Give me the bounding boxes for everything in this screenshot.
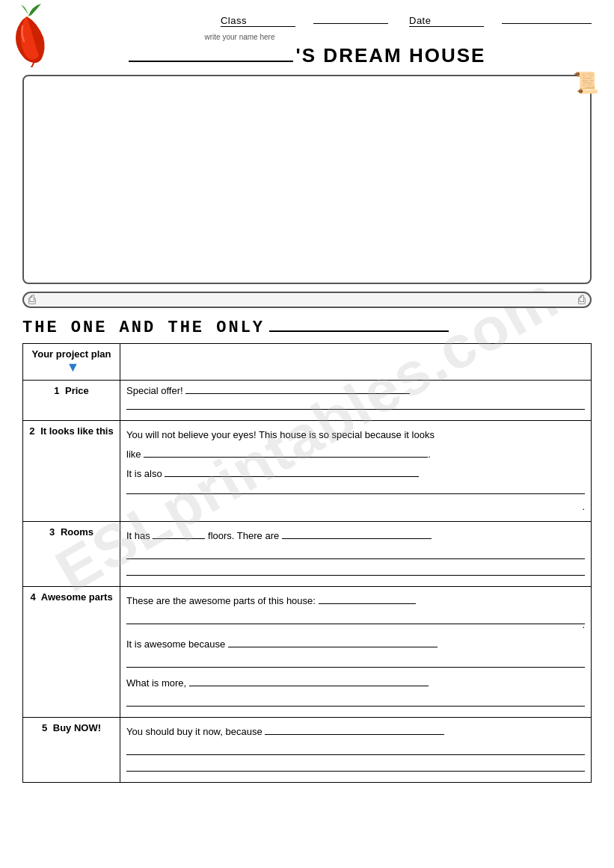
looks-line3: It is also	[126, 464, 585, 484]
buy-fill-2	[126, 761, 585, 772]
looks-blank-3	[126, 484, 585, 494]
awesome-blank-1	[319, 603, 416, 604]
class-date-line: Class Date	[218, 15, 592, 27]
looks-line4	[126, 484, 585, 494]
looks-content-cell: You will not believe your eyes! This hou…	[120, 421, 592, 522]
price-fill-2	[126, 399, 585, 410]
buy-line1: You should buy it now, because	[126, 722, 585, 742]
name-hint: write your name here	[0, 33, 592, 41]
looks-label-cell: 2 It looks like this	[23, 421, 120, 522]
looks-line1: You will not believe your eyes! This hou…	[126, 425, 585, 445]
header-top: Class Date	[22, 15, 592, 27]
table-header-col2	[120, 344, 592, 381]
price-label-cell: 1 Price	[23, 381, 120, 421]
awesome-line2: It is awesome because	[126, 635, 585, 654]
price-fill-1	[185, 393, 410, 394]
dream-house-title: 'S DREAM HOUSE	[296, 44, 486, 67]
drawing-area: 📜	[22, 75, 592, 284]
one-and-only: THE ONE AND THE ONLY	[22, 318, 592, 337]
rooms-blank-2	[282, 538, 432, 539]
awesome-line3: What is more,	[126, 674, 585, 693]
awesome-fill-3	[126, 696, 585, 707]
rooms-line1: It has floors. There are	[126, 526, 585, 546]
awesome-fill-1	[126, 614, 585, 624]
looks-blank-1	[144, 457, 428, 458]
scroll-ornament-top-right: 📜	[573, 70, 599, 95]
scroll-curl-left: ⎙	[28, 293, 36, 307]
down-arrow-icon: ▼	[67, 360, 80, 375]
rooms-fill	[126, 549, 585, 559]
rooms-fill2	[126, 565, 585, 576]
awesome-line1: These are the awesome parts of this hous…	[126, 591, 585, 611]
buy-blank-1	[265, 734, 444, 735]
table-header-col1: Your project plan ▼	[23, 344, 120, 381]
rooms-blank-1	[153, 538, 205, 539]
date-blank	[502, 23, 592, 24]
chili-icon	[0, 0, 52, 64]
one-and-only-blank	[269, 330, 449, 332]
class-label: Class	[221, 15, 295, 27]
price-content-cell: Special offer!	[120, 381, 592, 421]
rooms-content-cell: It has floors. There are	[120, 522, 592, 587]
table-row: 1 Price Special offer!	[23, 381, 592, 421]
awesome-label-cell: 4 Awesome parts	[23, 587, 120, 718]
date-label: Date	[409, 15, 484, 27]
awesome-blank-3	[189, 686, 429, 686]
buy-label-cell: 5 Buy NOW!	[23, 718, 120, 783]
table-row: 5 Buy NOW! You should buy it now, becaus…	[23, 718, 592, 783]
buy-content-cell: You should buy it now, because	[120, 718, 592, 783]
buy-fill-1	[126, 745, 585, 755]
project-table: Your project plan ▼ 1 Price Special offe…	[22, 343, 592, 783]
scroll-bottom-bar: ⎙ ⎙	[22, 292, 592, 308]
class-blank	[313, 23, 388, 24]
scroll-curl-right: ⎙	[578, 293, 586, 307]
name-blank-line	[129, 61, 293, 62]
title-section: write your name here 'S DREAM HOUSE	[22, 33, 592, 67]
rooms-label-cell: 3 Rooms	[23, 522, 120, 587]
awesome-content-cell: These are the awesome parts of this hous…	[120, 587, 592, 718]
looks-blank-2	[165, 476, 419, 477]
awesome-fill-2	[126, 657, 585, 668]
table-header-row: Your project plan ▼	[23, 344, 592, 381]
awesome-blank-2	[228, 647, 438, 647]
table-row: 4 Awesome parts These are the awesome pa…	[23, 587, 592, 718]
looks-line2: like .	[126, 445, 585, 464]
table-row: 2 It looks like this You will not believ…	[23, 421, 592, 522]
table-row: 3 Rooms It has floors. There are	[23, 522, 592, 587]
